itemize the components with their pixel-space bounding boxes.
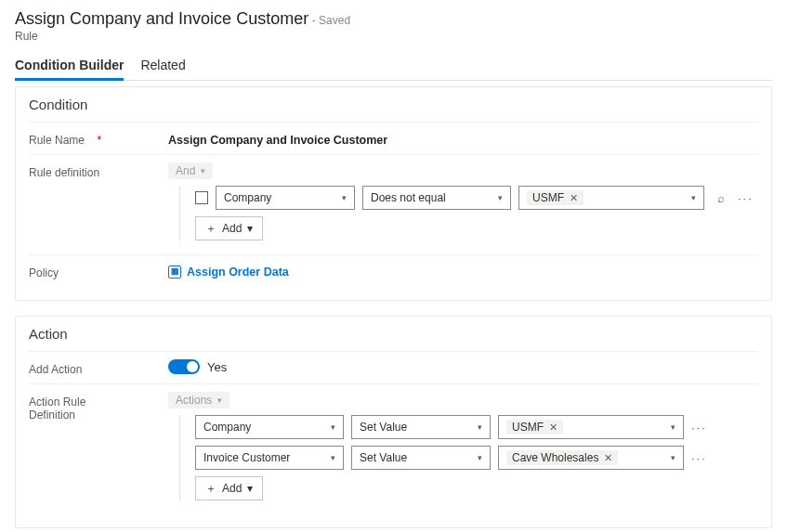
rule-definition-label: Rule definition — [29, 162, 168, 179]
chevron-down-icon: ▾ — [331, 453, 335, 462]
rule-name-label: Rule Name * — [29, 130, 168, 147]
chevron-down-icon: ▾ — [478, 453, 482, 462]
remove-tag-icon[interactable]: ✕ — [549, 422, 557, 434]
more-icon[interactable]: ··· — [691, 421, 707, 435]
action-row: Company ▾ Set Value ▾ USMF ✕ ▾ ·· — [195, 415, 758, 439]
chevron-down-icon: ▾ — [671, 422, 676, 432]
value-select[interactable]: USMF ✕ ▾ — [498, 415, 684, 439]
page-title: Assign Company and Invoice Customer — [15, 9, 308, 28]
field-select[interactable]: Company ▾ — [195, 415, 344, 439]
action-row: Invoice Customer ▾ Set Value ▾ Cave Whol… — [195, 446, 758, 470]
operator-select[interactable]: Does not equal ▾ — [362, 186, 511, 210]
value-tag: Cave Wholesales ✕ — [506, 450, 618, 465]
chevron-down-icon: ▾ — [201, 166, 205, 175]
action-rule-definition-label: Action RuleDefinition — [29, 392, 168, 422]
chevron-down-icon: ▾ — [247, 482, 253, 495]
plus-icon: ＋ — [205, 481, 216, 497]
tab-condition-builder[interactable]: Condition Builder — [15, 54, 124, 81]
chevron-down-icon: ▾ — [671, 453, 676, 462]
rule-name-value[interactable]: Assign Company and Invoice Customer — [168, 130, 758, 147]
operator-select[interactable]: Set Value ▾ — [351, 446, 491, 470]
value-tag: USMF ✕ — [527, 190, 584, 205]
condition-row: Company ▾ Does not equal ▾ USMF ✕ ▾ — [195, 186, 758, 210]
condition-section-title: Condition — [29, 97, 758, 112]
policy-label: Policy — [29, 263, 168, 279]
rule-definition-row: Rule definition And ▾ Company ▾ Does not… — [29, 154, 758, 254]
remove-tag-icon[interactable]: ✕ — [570, 192, 578, 204]
row-checkbox[interactable] — [195, 191, 208, 204]
more-icon[interactable]: ··· — [738, 191, 754, 205]
add-action-row: Add Action Yes — [29, 351, 758, 383]
action-rule-definition-row: Action RuleDefinition Actions ▾ Company … — [29, 383, 758, 514]
group-operator-actions[interactable]: Actions ▾ — [168, 392, 230, 409]
rule-name-row: Rule Name * Assign Company and Invoice C… — [29, 122, 758, 154]
add-action-toggle[interactable] — [168, 359, 200, 374]
action-section-title: Action — [29, 326, 758, 342]
search-icon[interactable]: ⌕ — [712, 191, 730, 205]
add-condition-button[interactable]: ＋ Add ▾ — [195, 216, 263, 240]
tab-related[interactable]: Related — [140, 54, 185, 80]
required-indicator: * — [97, 134, 101, 147]
chevron-down-icon: ▾ — [478, 422, 482, 432]
value-select[interactable]: USMF ✕ ▾ — [518, 186, 704, 210]
add-action-value: Yes — [207, 360, 227, 374]
saved-status: - Saved — [312, 14, 350, 27]
add-action-row-button[interactable]: ＋ Add ▾ — [195, 476, 263, 500]
condition-tree: Company ▾ Does not equal ▾ USMF ✕ ▾ — [179, 186, 758, 240]
condition-card: Condition Rule Name * Assign Company and… — [15, 86, 772, 301]
value-tag: USMF ✕ — [506, 420, 563, 435]
group-operator-and[interactable]: And ▾ — [168, 162, 213, 179]
chevron-down-icon: ▾ — [691, 193, 696, 202]
chevron-down-icon: ▾ — [247, 222, 253, 235]
value-select[interactable]: Cave Wholesales ✕ ▾ — [498, 446, 684, 470]
field-select[interactable]: Company ▾ — [216, 186, 355, 210]
operator-select[interactable]: Set Value ▾ — [351, 415, 491, 439]
policy-row: Policy ▦ Assign Order Data — [29, 254, 758, 287]
remove-tag-icon[interactable]: ✕ — [604, 452, 612, 464]
chevron-down-icon: ▾ — [331, 422, 335, 432]
action-tree: Company ▾ Set Value ▾ USMF ✕ ▾ ·· — [179, 415, 758, 500]
action-card: Action Add Action Yes Action RuleDefinit… — [15, 316, 772, 528]
policy-icon: ▦ — [168, 266, 181, 279]
chevron-down-icon: ▾ — [342, 193, 347, 202]
field-select[interactable]: Invoice Customer ▾ — [195, 446, 344, 470]
add-action-label: Add Action — [29, 359, 168, 376]
more-icon[interactable]: ··· — [691, 451, 707, 465]
chevron-down-icon: ▾ — [498, 193, 503, 202]
entity-type: Rule — [15, 30, 772, 43]
policy-link[interactable]: ▦ Assign Order Data — [168, 266, 289, 279]
chevron-down-icon: ▾ — [217, 396, 222, 405]
tab-bar: Condition Builder Related — [15, 54, 772, 81]
page-header: Assign Company and Invoice Customer - Sa… — [15, 9, 772, 43]
plus-icon: ＋ — [205, 221, 216, 237]
